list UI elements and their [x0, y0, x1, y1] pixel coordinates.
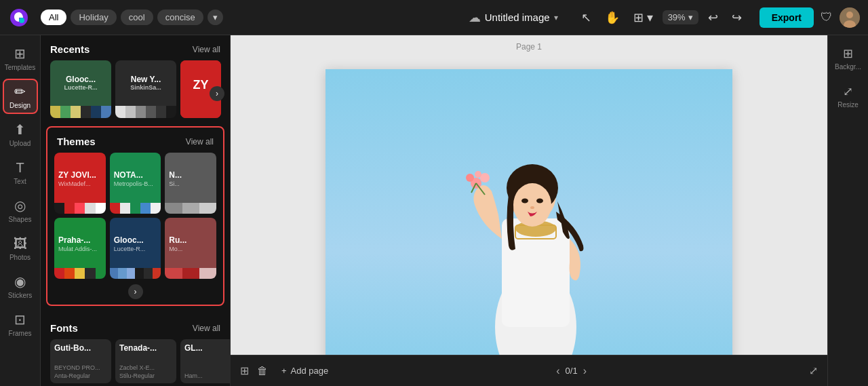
themes-next-arrow[interactable]: › [128, 284, 143, 299]
svg-point-20 [536, 199, 543, 204]
topbar-tools: ↖ ✋ ⊞ ▾ 39% ▾ ↩ ↪ [577, 7, 746, 28]
page-label: Page 1 [516, 42, 542, 52]
canvas-page[interactable] [326, 69, 732, 355]
shield-icon: 🛡 [821, 10, 833, 24]
zoom-level: 39% [668, 12, 686, 22]
expand-icon[interactable]: ⤢ [809, 364, 818, 377]
background-label: Backgr... [835, 63, 861, 71]
fonts-grid: Guti-Bo... BEYOND PRO... Anta-Regular Te… [41, 339, 230, 383]
themes-title: Themes [57, 136, 96, 147]
theme-card-nota[interactable]: NOTA... Metropolis-B... [110, 153, 161, 214]
bottom-left-controls: ⊞ 🗑 + Add page [240, 363, 334, 379]
canvas-area: Page 1 [231, 35, 827, 386]
sidebar-item-photos[interactable]: 🖼 Photos [3, 231, 38, 266]
theme-card-n[interactable]: N... Si... [165, 153, 216, 214]
resize-icon: ⤢ [843, 84, 853, 99]
avatar[interactable] [840, 7, 860, 28]
background-icon: ⊞ [843, 46, 853, 61]
svg-point-11 [480, 173, 490, 182]
font-card-guti[interactable]: Guti-Bo... BEYOND PRO... Anta-Regular [50, 339, 111, 383]
main: ⊞ Templates ✏ Design ⬆ Upload T Text ◎ S… [0, 35, 868, 386]
delete-icon[interactable]: 🗑 [257, 365, 268, 377]
svg-point-12 [466, 174, 474, 182]
font-gl-name: GL... [184, 343, 230, 353]
doc-title: Untitled image [485, 12, 550, 23]
recents-view-all[interactable]: View all [193, 45, 220, 54]
resize-label: Resize [837, 101, 859, 109]
zoom-control[interactable]: 39% ▾ [663, 10, 698, 24]
font-guti-sub1: BEYOND PRO... [54, 364, 107, 371]
background-panel-item[interactable]: ⊞ Backgr... [831, 41, 866, 76]
fonts-view-all[interactable]: View all [193, 324, 220, 333]
upload-icon: ⬆ [14, 121, 26, 138]
theme-card-praho[interactable]: Praha-... Mulat Addis-... [54, 218, 106, 279]
recents-title: Recents [50, 43, 90, 55]
icon-sidebar: ⊞ Templates ✏ Design ⬆ Upload T Text ◎ S… [0, 35, 41, 386]
fonts-title: Fonts [50, 322, 78, 334]
themes-view-all[interactable]: View all [186, 137, 214, 147]
doc-title-area[interactable]: ☁ Untitled image ▾ [469, 10, 558, 25]
templates-icon: ⊞ [14, 45, 26, 62]
resize-panel-item[interactable]: ⤢ Resize [831, 79, 866, 114]
zoom-chevron-icon: ▾ [688, 12, 693, 22]
recent-card-glooc[interactable]: Glooc... Lucette-R... [50, 60, 111, 118]
svg-point-1 [19, 18, 24, 23]
sidebar-item-stickers[interactable]: ◉ Stickers [3, 269, 38, 304]
next-page-button[interactable]: › [583, 365, 587, 377]
svg-point-18 [513, 183, 551, 227]
export-button[interactable]: Export [760, 7, 814, 28]
prev-page-button[interactable]: ‹ [556, 365, 559, 377]
photos-icon: 🖼 [14, 236, 27, 252]
font-tenada-sub2: Stilu-Regular [119, 372, 172, 379]
recents-scroll-right[interactable]: › [210, 86, 224, 101]
sidebar-item-frames[interactable]: ⊡ Frames [3, 307, 38, 342]
bottom-right: ⤢ [809, 364, 818, 377]
undo-button[interactable]: ↩ [704, 7, 722, 28]
sidebar-item-templates[interactable]: ⊞ Templates [3, 41, 38, 76]
themes-section: Themes View all ZY JOVI... WixMadef... [46, 126, 224, 306]
theme-card-zy-jovi[interactable]: ZY JOVI... WixMadef... [54, 153, 106, 214]
text-icon: T [16, 160, 24, 176]
stickers-icon: ◉ [14, 273, 26, 290]
recents-row: Glooc... Lucette-R... [41, 60, 230, 126]
right-panel: ⊞ Backgr... ⤢ Resize [827, 35, 868, 386]
filter-more[interactable]: ▾ [208, 9, 223, 25]
filter-pills: All Holiday cool concise ▾ [41, 9, 223, 25]
sidebar-item-text[interactable]: T Text [3, 155, 38, 190]
sidebar-item-design[interactable]: ✏ Design [3, 79, 38, 114]
theme-card-glooc2[interactable]: Glooc... Lucette-R... [110, 218, 161, 279]
svg-point-21 [530, 206, 534, 209]
filter-all[interactable]: All [41, 9, 66, 25]
design-icon: ✏ [14, 83, 26, 100]
sidebar-item-shapes[interactable]: ◎ Shapes [3, 193, 38, 228]
theme-card-ru[interactable]: Ru... Mo... [165, 218, 216, 279]
fonts-section: Fonts View all Guti-Bo... BEYOND PRO... … [41, 314, 230, 386]
font-card-gl[interactable]: GL... Ham... [180, 339, 230, 383]
themes-header: Themes View all [47, 128, 223, 153]
frame-tool-button[interactable]: ⊞ ▾ [629, 7, 657, 28]
canvas-scroll[interactable]: Page 1 [231, 35, 827, 355]
grid-view-icon[interactable]: ⊞ [240, 364, 249, 377]
add-page-icon: + [281, 366, 287, 376]
svg-point-13 [475, 171, 481, 178]
topbar-right: Export 🛡 [760, 7, 860, 28]
select-tool-button[interactable]: ↖ [577, 7, 595, 28]
filter-concise[interactable]: concise [157, 9, 203, 25]
filter-holiday[interactable]: Holiday [71, 9, 116, 25]
redo-button[interactable]: ↪ [728, 7, 746, 28]
sidebar-item-upload[interactable]: ⬆ Upload [3, 117, 38, 152]
add-page-button[interactable]: + Add page [276, 363, 334, 379]
font-tenada-name: Tenada-... [119, 343, 172, 353]
recent-card-newy[interactable]: New Y... SinkinSa... [115, 60, 176, 118]
font-gl-sub1: Ham... [184, 372, 230, 379]
hand-tool-button[interactable]: ✋ [601, 7, 624, 28]
topbar: All Holiday cool concise ▾ ☁ Untitled im… [0, 0, 868, 35]
logo[interactable] [8, 7, 30, 28]
canvas-image [326, 69, 732, 355]
filter-cool[interactable]: cool [121, 9, 153, 25]
font-card-tenada[interactable]: Tenada-... Zacbel X-E... Stilu-Regular [115, 339, 176, 383]
font-guti-name: Guti-Bo... [54, 343, 107, 353]
themes-grid: ZY JOVI... WixMadef... NOTA... [47, 153, 223, 282]
page-indicator: 0/1 [566, 366, 578, 376]
svg-point-19 [521, 199, 528, 204]
